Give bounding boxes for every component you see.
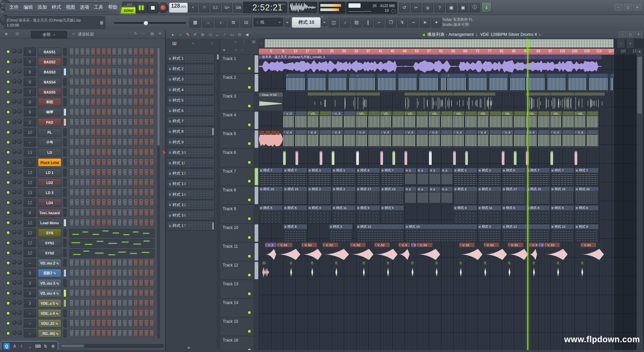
step-cell[interactable] [107,209,111,216]
step-cell[interactable] [117,189,122,196]
clip[interactable] [308,93,331,111]
step-cell[interactable] [112,219,116,226]
clip[interactable]: ≣样式 6 [575,205,598,223]
step-cell[interactable] [69,189,74,196]
clip[interactable] [311,261,313,280]
mixer-track-number[interactable]: 5 [24,48,36,56]
clip[interactable]: ⊦V..52 [417,243,441,261]
mixer-track-number[interactable]: 13 [24,168,36,177]
step-cell[interactable] [144,269,149,277]
step-cell[interactable] [107,279,111,287]
channel-led[interactable] [6,170,10,175]
playhead-line[interactable] [527,39,528,351]
clip[interactable]: ⊦V..4 [550,130,574,148]
record-button[interactable] [158,2,168,13]
countdown-icon[interactable]: 3.2. [211,2,221,12]
step-cell[interactable] [144,98,149,106]
channel-button[interactable]: VD..ms 2 ∿ [38,259,61,267]
track-mute-led[interactable] [247,235,252,240]
step-cell[interactable] [91,209,95,216]
step-cell[interactable] [107,299,111,307]
step-cell[interactable] [117,78,122,85]
step-cell[interactable] [139,169,143,176]
step-cell[interactable] [128,299,132,307]
clip[interactable]: ⊦V..52 [544,243,568,261]
step-cell[interactable] [91,58,95,65]
menu-item-1[interactable]: 编辑 [21,4,35,10]
step-cell[interactable] [128,279,132,287]
mixer-track-number[interactable]: 3 [24,289,36,297]
step-cell[interactable] [96,289,101,297]
clip[interactable] [362,261,365,280]
channel-led[interactable] [6,271,10,275]
step-cell[interactable] [128,259,132,267]
step-cell[interactable] [112,289,116,297]
scroll-up-arrow-icon[interactable]: ▲ [637,49,643,54]
close-button[interactable]: ✕ [633,4,641,10]
clip[interactable]: ≣样式 15 [380,186,404,204]
piano-roll-preview[interactable] [69,229,155,238]
step-cell[interactable] [117,68,122,75]
channel-volume-knob[interactable] [17,260,22,265]
channel-filter-dropdown[interactable]: 全部▸ [31,31,67,38]
clip[interactable]: ⊦V..52 [581,243,604,261]
step-cell[interactable] [91,219,95,226]
clip[interactable]: ≣样式 2 [453,186,477,204]
track-options[interactable]: ··· [222,275,226,278]
track-color-strip[interactable] [255,130,258,148]
clip[interactable] [265,130,271,135]
add-track-button[interactable]: + [223,47,225,53]
clip[interactable]: ⊦VD.. [453,111,477,129]
step-cell[interactable] [150,68,154,75]
step-cell[interactable] [128,88,132,96]
clip[interactable] [386,261,389,280]
step-cell[interactable] [102,279,106,287]
step-cell[interactable] [107,330,111,337]
channel-volume-knob[interactable] [17,59,22,63]
step-cell[interactable] [96,219,101,226]
clip[interactable] [484,261,486,280]
slip-tool-icon[interactable]: ↔ [214,31,221,38]
track-mute-led[interactable] [247,160,252,165]
clip[interactable]: ⊦V..3 [332,111,356,129]
channel-pan-knob[interactable] [12,290,16,295]
channel-button[interactable]: SYN2 [38,249,61,257]
step-cell[interactable] [96,199,101,206]
step-cell[interactable] [123,58,127,65]
step-cell[interactable] [128,48,132,55]
step-cell[interactable] [128,159,132,166]
channel-button[interactable]: PL [38,128,61,136]
step-cell[interactable] [80,108,85,116]
step-cell[interactable] [91,289,95,297]
channel-pan-knob[interactable] [12,49,16,53]
channel-led[interactable] [6,311,10,315]
clip[interactable] [380,151,383,165]
step-cell[interactable] [117,98,122,106]
plugin-icon[interactable]: ↯ [397,17,407,27]
step-cell[interactable] [96,78,101,85]
clip[interactable]: ≣样式 15 [550,186,574,204]
overdub-icon[interactable]: Шϕ [233,2,244,12]
track-mute-led[interactable] [247,217,252,221]
channel-button[interactable]: LD 3 [38,188,61,197]
list-icon[interactable]: ▤ [150,32,154,36]
channel-pan-knob[interactable] [12,230,16,234]
mixer-track-number[interactable]: 3 [24,299,36,307]
step-cell[interactable] [150,219,154,226]
step-cell[interactable] [123,118,127,126]
channel-pan-knob[interactable] [12,250,16,254]
track-color-strip[interactable] [255,74,258,92]
save-icon[interactable]: ▣ [446,2,457,12]
corner-more-icon[interactable]: ⋯ [249,49,252,52]
step-cell[interactable] [80,78,85,85]
clip[interactable]: ⊦V..52 [323,243,350,261]
sleep-icon[interactable]: ☾ [20,344,25,349]
step-cell[interactable] [80,330,85,337]
step-cell[interactable] [123,269,127,277]
step-cell[interactable] [112,88,116,96]
clip[interactable]: ⊦VD.. [550,111,574,129]
step-cell[interactable] [102,179,106,186]
step-cell[interactable] [91,299,95,307]
step-cell[interactable] [75,48,79,55]
step-cell[interactable] [86,98,90,106]
